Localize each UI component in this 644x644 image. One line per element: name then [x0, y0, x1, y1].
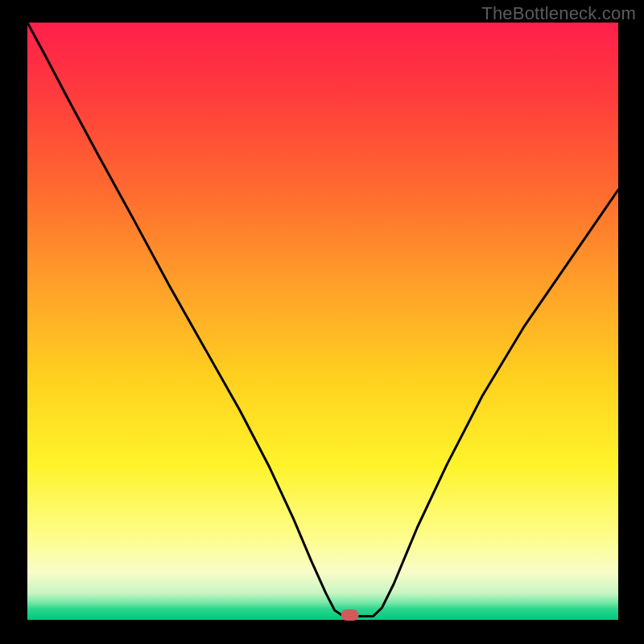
plot-background — [27, 23, 618, 620]
bottleneck-chart: TheBottleneck.com — [0, 0, 644, 644]
chart-canvas — [0, 0, 644, 644]
optimal-point — [341, 609, 359, 621]
watermark-text: TheBottleneck.com — [481, 3, 636, 24]
